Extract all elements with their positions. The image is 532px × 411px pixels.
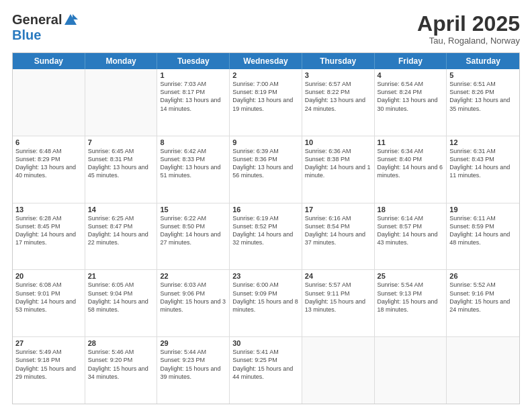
calendar-body: 1Sunrise: 7:03 AM Sunset: 8:17 PM Daylig… xyxy=(13,69,519,404)
day-cell-19: 19Sunrise: 6:11 AM Sunset: 8:59 PM Dayli… xyxy=(447,203,519,270)
day-cell-26: 26Sunrise: 5:52 AM Sunset: 9:16 PM Dayli… xyxy=(447,270,519,336)
day-number: 24 xyxy=(305,272,371,280)
day-cell-23: 23Sunrise: 6:00 AM Sunset: 9:09 PM Dayli… xyxy=(230,270,302,336)
day-number: 4 xyxy=(378,71,444,79)
weekday-header-tuesday: Tuesday xyxy=(157,53,230,69)
day-number: 22 xyxy=(160,272,226,280)
day-number: 20 xyxy=(15,272,82,280)
day-number: 6 xyxy=(15,138,82,146)
day-cell-8: 8Sunrise: 6:42 AM Sunset: 8:33 PM Daylig… xyxy=(157,136,230,203)
day-cell-2: 2Sunrise: 7:00 AM Sunset: 8:19 PM Daylig… xyxy=(230,69,302,136)
empty-cell-4-6 xyxy=(447,337,519,404)
logo: General Blue xyxy=(12,12,78,43)
day-cell-9: 9Sunrise: 6:39 AM Sunset: 8:36 PM Daylig… xyxy=(230,136,302,203)
day-cell-11: 11Sunrise: 6:34 AM Sunset: 8:40 PM Dayli… xyxy=(375,136,447,203)
day-cell-27: 27Sunrise: 5:49 AM Sunset: 9:18 PM Dayli… xyxy=(13,337,85,404)
logo-blue-text: Blue xyxy=(12,28,41,43)
logo-icon xyxy=(63,13,78,28)
day-info: Sunrise: 6:34 AM Sunset: 8:40 PM Dayligh… xyxy=(378,147,444,180)
day-info: Sunrise: 6:14 AM Sunset: 8:57 PM Dayligh… xyxy=(378,214,444,247)
day-info: Sunrise: 6:45 AM Sunset: 8:31 PM Dayligh… xyxy=(88,147,154,180)
title-block: April 2025 Tau, Rogaland, Norway xyxy=(417,12,520,46)
calendar-row-2: 13Sunrise: 6:28 AM Sunset: 8:45 PM Dayli… xyxy=(13,203,519,270)
day-cell-18: 18Sunrise: 6:14 AM Sunset: 8:57 PM Dayli… xyxy=(375,203,447,270)
day-number: 15 xyxy=(160,205,226,214)
day-cell-20: 20Sunrise: 6:08 AM Sunset: 9:01 PM Dayli… xyxy=(13,270,85,336)
day-number: 12 xyxy=(449,138,517,146)
day-number: 10 xyxy=(305,138,371,146)
day-number: 3 xyxy=(305,71,371,79)
day-info: Sunrise: 5:41 AM Sunset: 9:25 PM Dayligh… xyxy=(232,348,299,381)
month-title: April 2025 xyxy=(417,12,520,36)
day-cell-6: 6Sunrise: 6:48 AM Sunset: 8:29 PM Daylig… xyxy=(13,136,85,203)
day-number: 25 xyxy=(378,272,444,280)
day-info: Sunrise: 6:00 AM Sunset: 9:09 PM Dayligh… xyxy=(232,281,299,314)
day-cell-25: 25Sunrise: 5:54 AM Sunset: 9:13 PM Dayli… xyxy=(375,270,447,336)
day-info: Sunrise: 7:00 AM Sunset: 8:19 PM Dayligh… xyxy=(232,80,299,113)
day-info: Sunrise: 6:08 AM Sunset: 9:01 PM Dayligh… xyxy=(15,281,82,314)
day-number: 14 xyxy=(88,205,154,214)
day-info: Sunrise: 6:57 AM Sunset: 8:22 PM Dayligh… xyxy=(305,80,371,113)
day-info: Sunrise: 5:52 AM Sunset: 9:16 PM Dayligh… xyxy=(449,281,517,314)
weekday-header-friday: Friday xyxy=(375,53,447,69)
day-number: 23 xyxy=(232,272,299,280)
day-cell-28: 28Sunrise: 5:46 AM Sunset: 9:20 PM Dayli… xyxy=(85,337,158,404)
day-info: Sunrise: 7:03 AM Sunset: 8:17 PM Dayligh… xyxy=(160,80,226,113)
day-info: Sunrise: 6:22 AM Sunset: 8:50 PM Dayligh… xyxy=(160,214,226,247)
logo-general-text: General xyxy=(12,12,62,28)
day-number: 29 xyxy=(160,339,226,347)
day-cell-29: 29Sunrise: 5:44 AM Sunset: 9:23 PM Dayli… xyxy=(157,337,230,404)
calendar-header: SundayMondayTuesdayWednesdayThursdayFrid… xyxy=(13,53,519,69)
day-info: Sunrise: 6:39 AM Sunset: 8:36 PM Dayligh… xyxy=(232,147,299,180)
day-cell-5: 5Sunrise: 6:51 AM Sunset: 8:26 PM Daylig… xyxy=(447,69,519,136)
day-info: Sunrise: 5:57 AM Sunset: 9:11 PM Dayligh… xyxy=(305,281,371,314)
day-info: Sunrise: 6:51 AM Sunset: 8:26 PM Dayligh… xyxy=(449,80,517,113)
day-info: Sunrise: 6:11 AM Sunset: 8:59 PM Dayligh… xyxy=(449,214,517,247)
day-cell-7: 7Sunrise: 6:45 AM Sunset: 8:31 PM Daylig… xyxy=(85,136,158,203)
day-number: 13 xyxy=(15,205,82,214)
page: General Blue April 2025 Tau, Rogaland, N… xyxy=(0,0,532,411)
day-number: 26 xyxy=(449,272,517,280)
day-cell-1: 1Sunrise: 7:03 AM Sunset: 8:17 PM Daylig… xyxy=(157,69,230,136)
day-info: Sunrise: 6:28 AM Sunset: 8:45 PM Dayligh… xyxy=(15,214,82,247)
empty-cell-4-4 xyxy=(302,337,375,404)
day-number: 7 xyxy=(88,138,154,146)
day-number: 17 xyxy=(305,205,371,214)
weekday-header-monday: Monday xyxy=(85,53,158,69)
day-cell-17: 17Sunrise: 6:16 AM Sunset: 8:54 PM Dayli… xyxy=(302,203,375,270)
empty-cell-0-1 xyxy=(85,69,158,136)
day-cell-4: 4Sunrise: 6:54 AM Sunset: 8:24 PM Daylig… xyxy=(375,69,447,136)
calendar-row-0: 1Sunrise: 7:03 AM Sunset: 8:17 PM Daylig… xyxy=(13,69,519,136)
weekday-header-saturday: Saturday xyxy=(447,53,519,69)
empty-cell-4-5 xyxy=(375,337,447,404)
day-cell-15: 15Sunrise: 6:22 AM Sunset: 8:50 PM Dayli… xyxy=(157,203,230,270)
day-info: Sunrise: 6:48 AM Sunset: 8:29 PM Dayligh… xyxy=(15,147,82,180)
calendar-row-1: 6Sunrise: 6:48 AM Sunset: 8:29 PM Daylig… xyxy=(13,136,519,203)
empty-cell-0-0 xyxy=(13,69,85,136)
day-cell-10: 10Sunrise: 6:36 AM Sunset: 8:38 PM Dayli… xyxy=(302,136,375,203)
day-info: Sunrise: 6:25 AM Sunset: 8:47 PM Dayligh… xyxy=(88,214,154,247)
day-cell-24: 24Sunrise: 5:57 AM Sunset: 9:11 PM Dayli… xyxy=(302,270,375,336)
day-number: 11 xyxy=(378,138,444,146)
day-number: 1 xyxy=(160,71,226,79)
day-cell-22: 22Sunrise: 6:03 AM Sunset: 9:06 PM Dayli… xyxy=(157,270,230,336)
calendar: SundayMondayTuesdayWednesdayThursdayFrid… xyxy=(12,52,520,404)
day-info: Sunrise: 6:16 AM Sunset: 8:54 PM Dayligh… xyxy=(305,214,371,247)
day-number: 16 xyxy=(232,205,299,214)
day-number: 18 xyxy=(378,205,444,214)
day-info: Sunrise: 6:03 AM Sunset: 9:06 PM Dayligh… xyxy=(160,281,226,314)
header: General Blue April 2025 Tau, Rogaland, N… xyxy=(12,12,520,46)
weekday-header-thursday: Thursday xyxy=(302,53,375,69)
calendar-row-4: 27Sunrise: 5:49 AM Sunset: 9:18 PM Dayli… xyxy=(13,336,519,404)
day-cell-30: 30Sunrise: 5:41 AM Sunset: 9:25 PM Dayli… xyxy=(230,337,302,404)
weekday-header-sunday: Sunday xyxy=(13,53,85,69)
day-cell-13: 13Sunrise: 6:28 AM Sunset: 8:45 PM Dayli… xyxy=(13,203,85,270)
day-info: Sunrise: 5:49 AM Sunset: 9:18 PM Dayligh… xyxy=(15,348,82,381)
day-info: Sunrise: 6:31 AM Sunset: 8:43 PM Dayligh… xyxy=(449,147,517,180)
day-number: 19 xyxy=(449,205,517,214)
day-number: 8 xyxy=(160,138,226,146)
day-number: 27 xyxy=(15,339,82,347)
day-info: Sunrise: 6:19 AM Sunset: 8:52 PM Dayligh… xyxy=(232,214,299,247)
svg-marker-1 xyxy=(73,14,78,19)
day-number: 2 xyxy=(232,71,299,79)
